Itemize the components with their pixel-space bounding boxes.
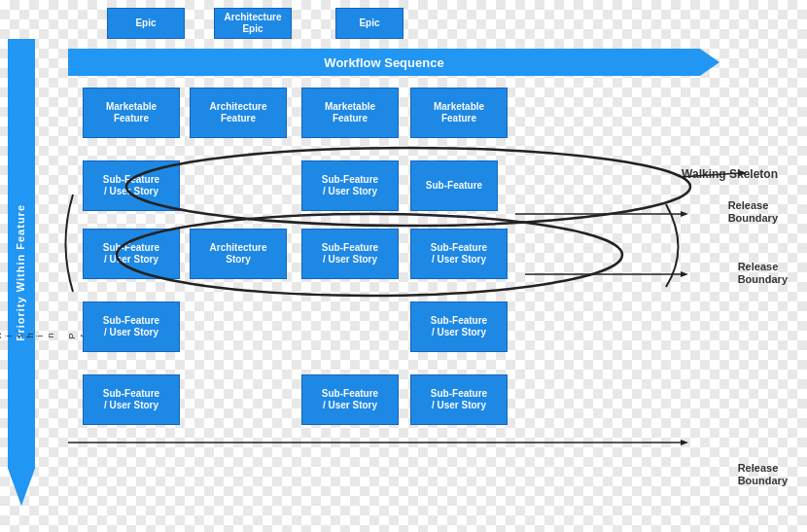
architecture-story-box: ArchitectureStory bbox=[190, 229, 287, 279]
subfeature-r1-c3: Sub-Feature/ User Story bbox=[301, 160, 399, 211]
epic-arch-box: ArchitectureEpic bbox=[214, 8, 292, 39]
release-boundary-1: ReleaseBoundary bbox=[728, 199, 778, 225]
subfeature-r3-c4: Sub-Feature/ User Story bbox=[410, 301, 508, 352]
workflow-label: Workflow Sequence bbox=[324, 55, 443, 70]
gap-label-container: GapWithinPriority bbox=[41, 185, 62, 486]
release-boundary-3: ReleaseBoundary bbox=[738, 462, 788, 487]
release-boundary-2: ReleaseBoundary bbox=[738, 261, 788, 286]
walking-skeleton-label: Walking Skeleton bbox=[682, 167, 778, 181]
subfeature-r1-c1: Sub-Feature/ User Story bbox=[83, 160, 180, 211]
subfeature-r4-c4: Sub-Feature/ User Story bbox=[410, 374, 508, 425]
svg-marker-9 bbox=[681, 440, 688, 445]
priority-arrow: Priority Within Feature bbox=[8, 39, 35, 506]
feature-box-2: MarketableFeature bbox=[301, 88, 399, 138]
subfeature-r3-c1: Sub-Feature/ User Story bbox=[83, 301, 180, 352]
feature-box-1: MarketableFeature bbox=[83, 88, 180, 138]
subfeature-r1-c4: Sub-Feature bbox=[410, 160, 498, 211]
subfeature-r2-c1: Sub-Feature/ User Story bbox=[83, 229, 180, 279]
subfeature-r4-c3: Sub-Feature/ User Story bbox=[301, 374, 399, 425]
feature-arch-box: ArchitectureFeature bbox=[190, 88, 287, 138]
subfeature-r4-c1: Sub-Feature/ User Story bbox=[83, 374, 180, 425]
svg-marker-7 bbox=[681, 271, 688, 277]
diagram-container: Priority Within Feature GapWithinPriorit… bbox=[0, 0, 807, 532]
subfeature-r2-c4: Sub-Feature/ User Story bbox=[410, 229, 508, 279]
rb1-label: ReleaseBoundary bbox=[728, 199, 778, 225]
workflow-arrow: Workflow Sequence bbox=[68, 49, 719, 76]
priority-label: Priority Within Feature bbox=[15, 204, 27, 341]
rb3-label: ReleaseBoundary bbox=[738, 462, 788, 487]
rb2-label: ReleaseBoundary bbox=[738, 261, 788, 286]
epic-box-2: Epic bbox=[335, 8, 404, 39]
svg-point-0 bbox=[126, 148, 690, 226]
epic-box-1: Epic bbox=[107, 8, 185, 39]
svg-marker-4 bbox=[681, 211, 688, 217]
subfeature-r2-c3: Sub-Feature/ User Story bbox=[301, 229, 399, 279]
feature-box-3: MarketableFeature bbox=[410, 88, 508, 138]
